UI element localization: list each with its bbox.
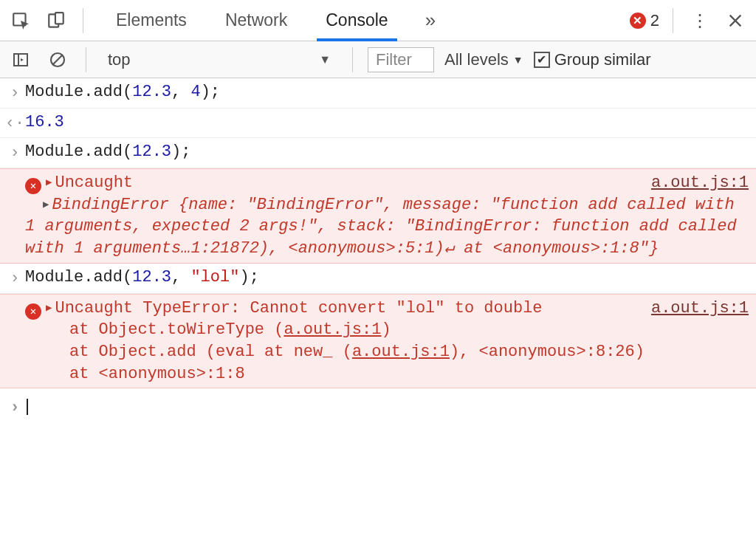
chevron-down-icon: ▼	[513, 54, 523, 66]
checkbox-checked-icon: ✔	[534, 52, 550, 68]
error-count-badge[interactable]: ✕ 2	[630, 11, 659, 30]
inspect-element-icon[interactable]	[7, 7, 34, 34]
console-prompt-input[interactable]	[25, 396, 749, 419]
log-levels-label: All levels	[444, 50, 509, 69]
filter-placeholder: Filter	[376, 50, 412, 69]
expand-triangle-icon[interactable]: ▶	[46, 302, 52, 314]
tab-console[interactable]: Console	[306, 0, 407, 41]
tab-network[interactable]: Network	[206, 0, 306, 41]
source-link[interactable]: a.out.js:1	[651, 172, 749, 194]
device-toggle-icon[interactable]	[43, 7, 69, 34]
separator	[352, 47, 353, 72]
error-count: 2	[650, 11, 659, 30]
console-input-code[interactable]: Module.add(12.3);	[25, 141, 749, 163]
separator	[86, 47, 86, 72]
prompt-chevron-icon: ›	[4, 396, 25, 419]
input-prompt-icon: ›	[4, 141, 25, 165]
toggle-console-sidebar-icon[interactable]	[7, 47, 34, 73]
context-dropdown[interactable]: top ▼	[101, 47, 337, 72]
filter-input[interactable]: Filter	[368, 47, 434, 72]
expand-triangle-icon[interactable]: ▶	[46, 176, 52, 188]
console-error-row: ✕▶Uncaught TypeError: Cannot convert "lo…	[0, 294, 756, 389]
group-similar-toggle[interactable]: ✔ Group similar	[534, 50, 651, 69]
clear-console-icon[interactable]	[44, 47, 71, 73]
error-icon: ✕	[25, 303, 41, 320]
error-icon: ✕	[630, 13, 646, 29]
console-input-code[interactable]: Module.add(12.3, "lol");	[25, 267, 749, 289]
expand-triangle-icon[interactable]: ▶	[43, 199, 49, 210]
log-levels-dropdown[interactable]: All levels ▼	[444, 50, 523, 69]
error-icon: ✕	[25, 178, 41, 194]
console-input-code[interactable]: Module.add(12.3, 4);	[25, 81, 749, 103]
input-prompt-icon: ›	[4, 267, 25, 290]
console-input-row: › Module.add(12.3, "lol");	[0, 264, 756, 294]
console-error-message[interactable]: ✕▶Uncaught TypeError: Cannot convert "lo…	[25, 298, 749, 385]
console-toolbar: top ▼ Filter All levels ▼ ✔ Group simila…	[0, 41, 756, 78]
console-output: › Module.add(12.3, 4); ‹· 16.3 › Module.…	[0, 78, 756, 422]
devtools-top-toolbar: Elements Network Console » ✕ 2 ⋮	[0, 0, 756, 41]
text-cursor	[27, 399, 28, 415]
console-error-message[interactable]: ✕▶Uncaught a.out.js:1 ▶BindingError {nam…	[25, 172, 749, 260]
separator	[673, 8, 673, 33]
kebab-menu-icon[interactable]: ⋮	[687, 7, 713, 34]
close-icon[interactable]	[722, 7, 749, 34]
svg-rect-2	[55, 13, 63, 24]
console-result-value[interactable]: 16.3	[25, 111, 749, 134]
console-error-row: ✕▶Uncaught a.out.js:1 ▶BindingError {nam…	[0, 168, 756, 264]
stack-source-link[interactable]: a.out.js:1	[352, 343, 450, 361]
console-result-row: ‹· 16.3	[0, 109, 756, 139]
separator	[83, 8, 83, 33]
console-input-row: › Module.add(12.3, 4);	[0, 78, 756, 109]
tab-elements[interactable]: Elements	[97, 0, 206, 41]
context-value: top	[108, 50, 131, 69]
input-prompt-icon: ›	[4, 81, 25, 105]
group-similar-label: Group similar	[554, 50, 651, 69]
console-prompt-row[interactable]: ›	[0, 388, 756, 422]
source-link[interactable]: a.out.js:1	[651, 298, 749, 320]
console-input-row: › Module.add(12.3);	[0, 138, 756, 168]
panel-tabs: Elements Network Console	[97, 0, 408, 41]
chevron-down-icon: ▼	[319, 53, 331, 66]
stack-source-link[interactable]: a.out.js:1	[284, 320, 381, 339]
more-tabs-chevron-icon[interactable]: »	[416, 9, 444, 32]
result-arrow-icon: ‹·	[4, 111, 25, 135]
